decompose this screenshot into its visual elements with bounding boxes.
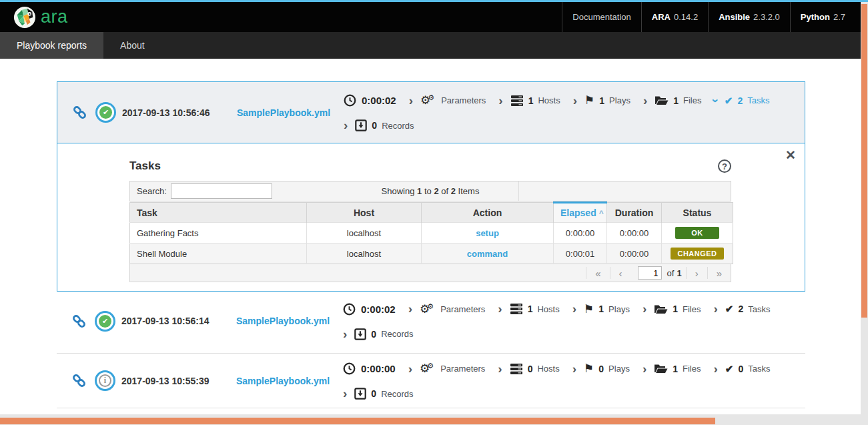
chevron-right-icon: › [498,304,502,314]
stat-files[interactable]: › 1Files [642,304,701,315]
vertical-scrollbar-track [861,2,868,425]
chevron-right-icon: › [573,96,577,105]
brand-text: ara [41,8,68,26]
cell-host: localhost [307,223,422,244]
playbook-date: 2017-09-13 10:56:46 [122,107,222,118]
clock-icon [344,94,356,107]
stat-files[interactable]: › 1Files [643,95,702,106]
playbook-file-link[interactable]: SamplePlaybook.yml [236,316,324,326]
status-success-icon: ✔ [95,102,116,123]
chevron-right-icon: › [498,96,502,105]
ara-version: ARA0.14.2 [641,2,708,32]
stat-tasks-expanded[interactable]: › ✔ 2Tasks [714,95,769,107]
stat-parameters[interactable]: › ⚙⚙ Parameters [408,302,486,316]
ara-brand[interactable]: ara [13,6,68,29]
playbook-file-link[interactable]: SamplePlaybook.yml [237,107,325,118]
stat-records[interactable]: › 0Records [343,388,414,400]
tab-about[interactable]: About [103,32,161,59]
cell-task: Gathering Facts [130,223,307,244]
chevron-right-icon: › [713,304,717,314]
col-header-host[interactable]: Host [307,203,422,223]
page-first-button[interactable]: « [586,267,609,279]
chevron-right-icon: › [409,96,413,105]
close-icon[interactable]: ✕ [785,147,796,163]
permalink-icon[interactable] [71,372,87,389]
stat-parameters[interactable]: › ⚙⚙ Parameters [408,362,486,376]
records-icon [354,328,366,340]
page-number-input[interactable] [638,266,662,280]
gears-icon: ⚙⚙ [420,302,436,316]
chevron-right-icon: › [343,330,347,339]
folder-open-icon [655,95,669,106]
col-header-status[interactable]: Status [662,203,733,223]
stat-hosts[interactable]: › 1Hosts [498,303,559,315]
vertical-scrollbar-thumb[interactable] [861,4,867,318]
stat-plays[interactable]: › ⚑ 1Plays [573,93,630,107]
stat-plays[interactable]: › ⚑ 1Plays [572,302,630,316]
chevron-right-icon: › [642,364,646,374]
playbook-summary-row: ✔ 2017-09-13 10:56:46 SamplePlaybook.yml… [57,82,805,143]
chevron-right-icon: › [498,364,502,374]
horizontal-scrollbar-track [0,414,861,425]
flag-icon: ⚑ [584,302,594,316]
page-last-button[interactable]: » [707,267,731,279]
permalink-icon[interactable] [71,104,88,121]
folder-open-icon [654,304,668,315]
stat-hosts[interactable]: › 0Hosts [498,363,559,375]
action-link[interactable]: command [467,249,508,259]
playbook-date: 2017-09-13 10:55:39 [121,376,222,386]
status-success-icon: ✔ [95,311,115,332]
top-accent-line [0,0,868,2]
pagination: « ‹ of 1 › » [129,264,731,282]
playbook-stats: 0:00:02 › ⚙⚙ Parameters › 1Hosts › ⚑ 1Pl… [344,93,805,131]
stat-records[interactable]: › 0Records [343,328,414,340]
stat-parameters[interactable]: › ⚙⚙ Parameters [409,93,486,107]
records-icon [355,119,367,131]
stat-hosts[interactable]: › 1Hosts [498,95,560,107]
playbook-stats: 0:00:00 › ⚙⚙ Parameters › 0Hosts › ⚑ 0Pl… [343,362,805,400]
masthead-menu: Documentation ARA0.14.2 Ansible2.3.2.0 P… [562,2,861,32]
page-prev-button[interactable]: ‹ [610,267,631,279]
playbook-file-link[interactable]: SamplePlaybook.yml [236,376,324,386]
chevron-right-icon: › [572,304,576,314]
stat-duration: 0:00:02 [343,303,396,316]
hosts-icon [510,363,523,375]
search-input[interactable] [171,183,272,199]
permalink-icon[interactable] [71,313,87,330]
horizontal-scrollbar-thumb[interactable] [0,418,715,424]
tasks-panel: ✕ Tasks ? Search: Showing 1 to 2 of 2 It… [57,143,805,291]
check-icon: ✔ [725,95,733,107]
chevron-right-icon: › [642,304,646,314]
stat-tasks[interactable]: › ✔ 0Tasks [713,363,770,375]
masthead: ara Documentation ARA0.14.2 Ansible2.3.2… [0,2,861,32]
chevron-right-icon: › [343,389,347,398]
records-icon [354,388,366,400]
page-next-button[interactable]: › [686,267,707,279]
col-header-elapsed-sorted[interactable]: Elapsed^ [554,203,607,223]
documentation-link[interactable]: Documentation [562,2,640,32]
table-toolbar: Search: Showing 1 to 2 of 2 Items [129,181,731,201]
cell-host: localhost [307,244,422,264]
col-header-duration[interactable]: Duration [607,203,662,223]
stat-files[interactable]: › 1Files [642,363,701,374]
cell-elapsed: 0:00:01 [554,244,607,264]
playbook-report-expanded: ✔ 2017-09-13 10:56:46 SamplePlaybook.yml… [57,81,805,292]
gears-icon: ⚙⚙ [420,93,437,107]
stat-records[interactable]: › 0Records [344,119,414,131]
help-icon[interactable]: ? [718,159,731,173]
stat-plays[interactable]: › ⚑ 0Plays [572,362,630,376]
col-header-action[interactable]: Action [422,203,554,223]
action-link[interactable]: setup [476,228,499,238]
ansible-version: Ansible2.3.2.0 [708,2,790,32]
cell-elapsed: 0:00:00 [554,223,607,244]
chevron-right-icon: › [344,121,348,130]
chevron-right-icon: › [572,364,576,374]
panel-title: Tasks [129,159,161,173]
chevron-right-icon: › [713,364,717,374]
col-header-task[interactable]: Task [130,203,307,223]
tab-playbook-reports[interactable]: Playbook reports [0,32,103,59]
stat-tasks[interactable]: › ✔ 2Tasks [713,303,770,315]
hosts-icon [510,303,523,315]
sort-asc-icon: ^ [599,209,604,218]
chevron-right-icon: › [408,304,412,314]
